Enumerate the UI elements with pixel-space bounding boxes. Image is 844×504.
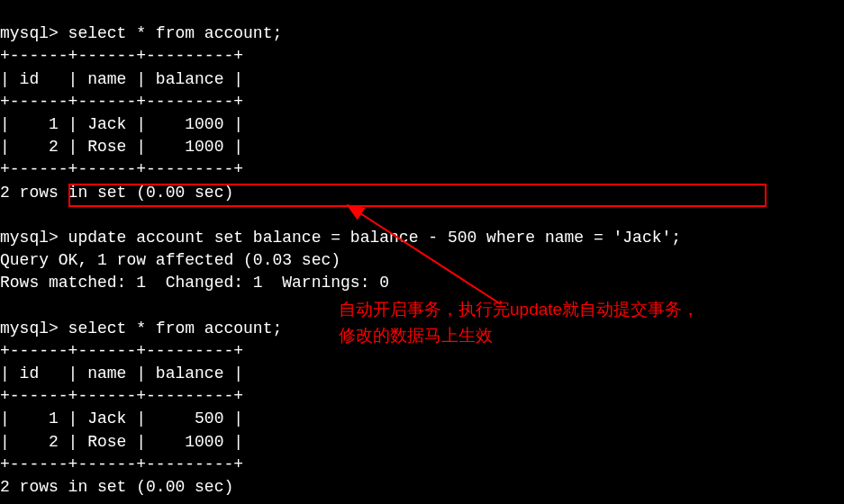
rows-matched: Rows matched: 1 Changed: 1 Warnings: 0 bbox=[0, 274, 389, 292]
terminal-output: mysql> select * from account; +------+--… bbox=[0, 0, 844, 504]
table2-row1: | 1 | Jack | 500 | bbox=[0, 410, 243, 428]
table2-row2: | 2 | Rose | 1000 | bbox=[0, 433, 243, 451]
annotation-text: 自动开启事务，执行完update就自动提交事务， 修改的数据马上生效 bbox=[339, 297, 699, 348]
update-query: update account set balance = balance - 5… bbox=[59, 229, 681, 247]
mysql-prompt: mysql> bbox=[0, 24, 59, 42]
select-query-1: select * from account; bbox=[59, 24, 282, 42]
table-border: +------+------+---------+ bbox=[0, 93, 243, 111]
mysql-prompt: mysql> bbox=[0, 320, 59, 338]
rows-in-set: 2 rows in set (0.00 sec) bbox=[0, 184, 233, 202]
table-border: +------+------+---------+ bbox=[0, 455, 243, 473]
table-border: +------+------+---------+ bbox=[0, 342, 243, 360]
select-query-2: select * from account; bbox=[59, 320, 282, 338]
mysql-prompt: mysql> bbox=[0, 229, 59, 247]
table1-row1: | 1 | Jack | 1000 | bbox=[0, 115, 243, 133]
table-header: | id | name | balance | bbox=[0, 364, 243, 382]
annotation-line2: 修改的数据马上生效 bbox=[339, 323, 699, 349]
table-border: +------+------+---------+ bbox=[0, 160, 243, 178]
query-ok: Query OK, 1 row affected (0.03 sec) bbox=[0, 251, 340, 269]
table-header: | id | name | balance | bbox=[0, 70, 243, 88]
rows-in-set: 2 rows in set (0.00 sec) bbox=[0, 478, 233, 496]
table-border: +------+------+---------+ bbox=[0, 387, 243, 405]
annotation-line1: 自动开启事务，执行完update就自动提交事务， bbox=[339, 297, 699, 323]
table1-row2: | 2 | Rose | 1000 | bbox=[0, 138, 243, 156]
table-border: +------+------+---------+ bbox=[0, 47, 243, 65]
